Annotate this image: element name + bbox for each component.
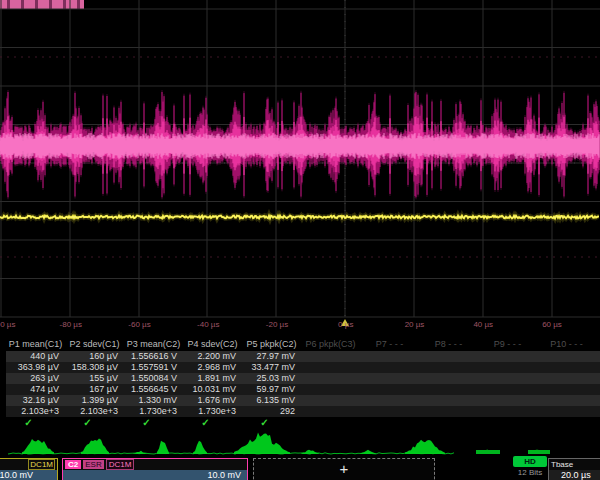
c2-channel-badge: C2 <box>65 460 81 469</box>
c1-coupling-tag: DC1M <box>28 459 55 470</box>
param-header-p7[interactable]: P7 - - - <box>360 338 419 351</box>
table-cell <box>478 406 537 417</box>
table-cell: 1.891 mV <box>183 373 242 384</box>
param-header-p8[interactable]: P8 - - - <box>419 338 478 351</box>
tbase-label: Tbase <box>551 460 573 469</box>
status-check-icon <box>537 417 596 428</box>
histicon <box>405 440 445 454</box>
table-cell <box>419 373 478 384</box>
table-cell: 263 µV <box>6 373 65 384</box>
param-header-p5[interactable]: P5 pkpk(C2) <box>242 338 301 351</box>
table-cell <box>537 406 596 417</box>
table-cell <box>537 373 596 384</box>
histicon <box>360 450 376 454</box>
table-cell: 158.308 µV <box>65 362 124 373</box>
time-tick-label: -100 µs <box>0 319 25 331</box>
time-tick-label: -60 µs <box>117 319 163 331</box>
hd-mode-badge[interactable]: HD <box>513 456 547 467</box>
table-cell: 292 <box>242 406 301 417</box>
time-tick-label: 60 µs <box>529 319 575 331</box>
time-tick-label: -20 µs <box>254 319 300 331</box>
param-header-p2[interactable]: P2 sdev(C1) <box>65 338 124 351</box>
table-cell <box>360 384 419 395</box>
table-cell <box>360 406 419 417</box>
table-cell <box>537 384 596 395</box>
channel-c2-descriptor[interactable]: C2 ESR DC1M 10.0 mV <box>62 458 248 480</box>
histicon <box>193 441 207 454</box>
table-cell: 10.031 mV <box>183 384 242 395</box>
add-trace-button[interactable]: + <box>253 458 435 480</box>
table-cell: 59.97 mV <box>242 384 301 395</box>
table-cell: 6.135 mV <box>242 395 301 406</box>
table-cell: 25.03 mV <box>242 373 301 384</box>
table-cell: 2.968 mV <box>183 362 242 373</box>
table-cell <box>537 395 596 406</box>
histicon <box>301 450 319 454</box>
table-cell <box>419 406 478 417</box>
table-cell: 2.200 mV <box>183 351 242 362</box>
table-cell <box>419 362 478 373</box>
table-cell <box>419 351 478 362</box>
param-header-p10[interactable]: P10 - - - <box>537 338 596 351</box>
status-check-icon <box>478 417 537 428</box>
histicon-strip <box>0 431 600 458</box>
table-cell <box>360 395 419 406</box>
table-cell: 167 µV <box>65 384 124 395</box>
table-cell <box>301 395 360 406</box>
channel-c1-descriptor[interactable]: DC1M 10.0 mV <box>0 458 58 480</box>
table-cell: 1.556616 V <box>124 351 183 362</box>
table-cell: 2.103e+3 <box>65 406 124 417</box>
table-cell <box>360 362 419 373</box>
param-header-p6[interactable]: P6 pkpk(C3) <box>301 338 360 351</box>
table-cell <box>301 362 360 373</box>
histicon <box>22 439 54 454</box>
table-cell: 440 µV <box>6 351 65 362</box>
waveform-display[interactable] <box>0 0 600 334</box>
table-cell <box>360 351 419 362</box>
timebase-descriptor[interactable]: Tbase 20.0 µs <box>548 458 600 480</box>
table-cell <box>478 373 537 384</box>
table-cell: 155 µV <box>65 373 124 384</box>
status-check-icon: ✓ <box>124 417 183 428</box>
histicon <box>133 451 147 454</box>
c2-esr-tag: ESR <box>83 460 103 469</box>
measure-table: P1 mean(C1)P2 sdev(C1)P3 mean(C2)P4 sdev… <box>6 338 600 428</box>
param-header-p3[interactable]: P3 mean(C2) <box>124 338 183 351</box>
time-tick-label: 20 µs <box>392 319 438 331</box>
table-cell <box>419 384 478 395</box>
status-check-icon: ✓ <box>65 417 124 428</box>
time-tick-label: -40 µs <box>185 319 231 331</box>
table-cell <box>301 373 360 384</box>
table-cell <box>360 373 419 384</box>
table-cell: 1.676 mV <box>183 395 242 406</box>
table-cell: 27.97 mV <box>242 351 301 362</box>
table-cell: 363.98 µV <box>6 362 65 373</box>
table-cell <box>478 362 537 373</box>
table-cell <box>537 362 596 373</box>
plus-icon: + <box>340 460 349 477</box>
param-header-p1[interactable]: P1 mean(C1) <box>6 338 65 351</box>
status-check-icon <box>360 417 419 428</box>
table-cell: 1.556645 V <box>124 384 183 395</box>
status-check-icon: ✓ <box>242 417 301 428</box>
table-cell: 2.103e+3 <box>6 406 65 417</box>
param-header-p9[interactable]: P9 - - - <box>478 338 537 351</box>
table-cell <box>478 384 537 395</box>
hd-bits-label: 12 Bits <box>508 468 552 478</box>
table-cell: 1.557591 V <box>124 362 183 373</box>
green-marker <box>528 450 550 454</box>
table-cell <box>537 351 596 362</box>
table-cell: 1.330 mV <box>124 395 183 406</box>
table-cell: 1.730e+3 <box>124 406 183 417</box>
table-cell <box>301 406 360 417</box>
table-cell: 160 µV <box>65 351 124 362</box>
status-check-icon <box>301 417 360 428</box>
table-cell: 1.399 µV <box>65 395 124 406</box>
status-check-icon: ✓ <box>6 417 65 428</box>
table-cell: 32.16 µV <box>6 395 65 406</box>
param-header-p4[interactable]: P4 sdev(C2) <box>183 338 242 351</box>
c2-vertical-scale: 10.0 mV <box>63 470 247 480</box>
oscilloscope-screen: -100 µs-80 µs-60 µs-40 µs-20 µs0 µs20 µs… <box>0 0 600 480</box>
time-axis: -100 µs-80 µs-60 µs-40 µs-20 µs0 µs20 µs… <box>0 319 600 332</box>
green-marker <box>476 450 500 454</box>
